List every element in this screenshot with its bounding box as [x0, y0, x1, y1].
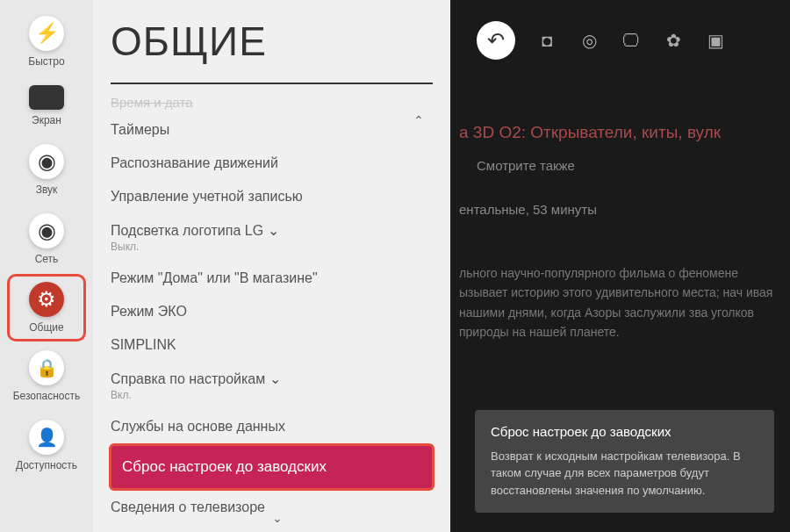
back-button[interactable]: ↶: [477, 21, 515, 60]
top-icon-bar: ↶: [477, 21, 726, 60]
scroll-up-icon[interactable]: ⌃: [413, 113, 424, 127]
sidebar-item-general[interactable]: Общие: [7, 274, 86, 341]
list-item-label: SIMPLINK: [111, 337, 176, 352]
sidebar-item-label: Звук: [36, 183, 58, 196]
list-item-timers[interactable]: Таймеры: [111, 113, 450, 147]
list-item-logo-light[interactable]: Подсветка логотипа LG ⌄ Выкл.: [111, 213, 450, 262]
list-item-label: Режим "Дома" или "В магазине": [111, 270, 318, 285]
back-icon: ↶: [487, 28, 505, 53]
sidebar-item-label: Сеть: [35, 253, 59, 265]
divider: [111, 83, 433, 84]
sidebar-item-sound[interactable]: Звук: [7, 135, 86, 205]
sidebar-item-label: Безопасность: [13, 390, 81, 402]
sidebar-item-screen[interactable]: Экран: [7, 76, 86, 135]
tv-input-icon[interactable]: [536, 30, 557, 51]
apps-icon[interactable]: [705, 30, 726, 51]
list-item-label: Справка по настройкам ⌄: [111, 371, 281, 386]
background-area: ↶ а 3D O2: Открыватели, киты, вулк Смотр…: [450, 0, 790, 532]
gear-icon: [29, 282, 64, 317]
list-item-sub: Вкл.: [111, 389, 450, 401]
list-item-label: Сведения о телевизоре: [111, 500, 265, 514]
theater-icon[interactable]: [663, 30, 684, 51]
sidebar-item-quick[interactable]: Быстро: [7, 7, 86, 76]
list-item-cut: Время и дата: [111, 91, 450, 113]
list-item-label: Подсветка логотипа LG ⌄: [111, 223, 279, 238]
sidebar-item-security[interactable]: Безопасность: [7, 341, 86, 411]
tvset-icon[interactable]: [621, 30, 642, 51]
page-title: ОБЩИЕ: [111, 18, 450, 65]
sidebar-item-label: Быстро: [28, 55, 64, 68]
list-item-account[interactable]: Управление учетной записью: [111, 180, 450, 213]
list-item-motion[interactable]: Распознавание движений: [111, 147, 450, 180]
list-item-eco[interactable]: Режим ЭКО: [111, 295, 450, 328]
lightning-icon: [29, 16, 64, 51]
tooltip-title: Сброс настроек до заводских: [491, 424, 758, 439]
sidebar-item-label: Экран: [32, 114, 61, 126]
disc-icon[interactable]: [578, 30, 600, 51]
bg-description: льного научно-популярного фильма о феном…: [459, 263, 781, 342]
bg-see-also: Смотрите также: [477, 158, 575, 173]
list-item-label: Таймеры: [111, 122, 169, 137]
accessibility-icon: [29, 420, 64, 455]
list-item-sub: Выкл.: [111, 241, 450, 253]
lock-icon: [29, 350, 64, 385]
settings-sidebar: Быстро Экран Звук Сеть Общие Безопасност…: [0, 0, 93, 532]
sidebar-item-accessibility[interactable]: Доступность: [7, 411, 86, 480]
list-item-label: Сброс настроек до заводских: [122, 458, 327, 475]
scroll-down-icon[interactable]: ⌄: [272, 511, 283, 525]
sidebar-item-label: Доступность: [16, 459, 77, 471]
sound-icon: [29, 144, 64, 179]
bg-duration: ентальные, 53 минуты: [459, 202, 597, 217]
sidebar-item-label: Общие: [29, 321, 63, 334]
help-tooltip: Сброс настроек до заводских Возврат к ис…: [475, 410, 774, 514]
bg-content-title: а 3D O2: Открыватели, киты, вулк: [459, 123, 721, 142]
list-item-factory-reset[interactable]: Сброс настроек до заводских: [109, 443, 434, 491]
list-item-data-services[interactable]: Службы на основе данных: [111, 410, 450, 443]
network-icon: [29, 213, 64, 248]
screen-icon: [29, 85, 64, 110]
settings-content: ОБЩИЕ Время и дата ⌃ Таймеры Распознаван…: [93, 0, 450, 532]
list-item-help[interactable]: Справка по настройкам ⌄ Вкл.: [111, 362, 450, 410]
list-item-home-store[interactable]: Режим "Дома" или "В магазине": [111, 262, 450, 295]
list-item-label: Управление учетной записью: [111, 189, 303, 204]
list-item-label: Службы на основе данных: [111, 419, 285, 434]
sidebar-item-network[interactable]: Сеть: [7, 205, 86, 274]
list-item-label: Режим ЭКО: [111, 304, 187, 319]
list-item-label: Распознавание движений: [111, 155, 278, 170]
tooltip-text: Возврат к исходным настройкам телевизора…: [491, 448, 758, 500]
list-item-simplink[interactable]: SIMPLINK: [111, 328, 450, 362]
